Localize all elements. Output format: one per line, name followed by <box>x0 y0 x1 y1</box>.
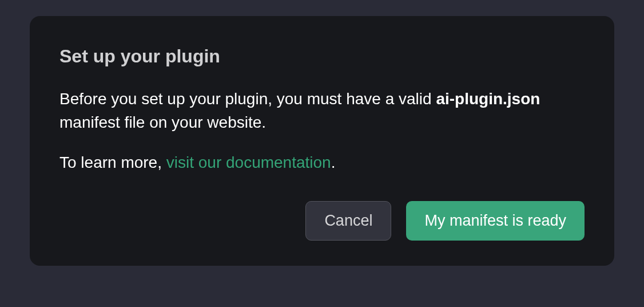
dialog-button-row: Cancel My manifest is ready <box>59 201 585 241</box>
dialog-learn-paragraph: To learn more, visit our documentation. <box>59 151 585 175</box>
learn-suffix-text: . <box>331 154 336 171</box>
dialog-intro-paragraph: Before you set up your plugin, you must … <box>59 88 585 134</box>
learn-prefix-text: To learn more, <box>59 154 166 171</box>
intro-prefix-text: Before you set up your plugin, you must … <box>59 90 436 108</box>
manifest-filename: ai-plugin.json <box>436 90 540 108</box>
intro-suffix-text: manifest file on your website. <box>59 113 266 131</box>
dialog-body: Before you set up your plugin, you must … <box>59 88 585 175</box>
cancel-button[interactable]: Cancel <box>305 201 391 241</box>
documentation-link[interactable]: visit our documentation <box>166 154 331 171</box>
manifest-ready-button[interactable]: My manifest is ready <box>406 201 585 241</box>
dialog-title: Set up your plugin <box>59 46 585 67</box>
setup-plugin-dialog: Set up your plugin Before you set up you… <box>30 16 614 266</box>
